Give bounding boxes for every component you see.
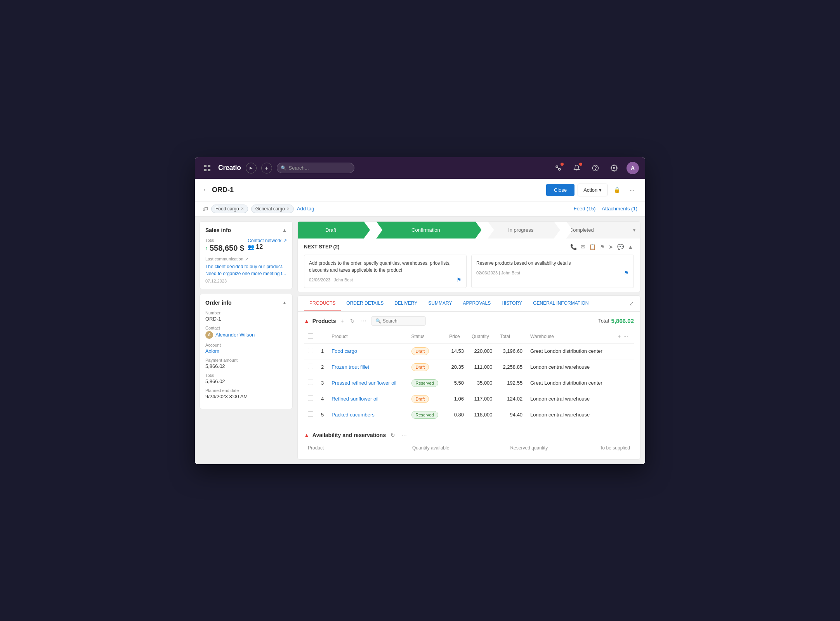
- step-1-text: Add products to the order, specify quant…: [309, 260, 462, 274]
- avail-table: Product Quantity available Reserved quan…: [304, 443, 634, 453]
- row-actions-4: [614, 407, 634, 423]
- row-checkbox-1[interactable]: [308, 364, 313, 369]
- select-all-checkbox[interactable]: [308, 333, 313, 339]
- attachments-link[interactable]: Attachments (1): [602, 206, 637, 212]
- step-1-flag-icon[interactable]: ⚑: [456, 277, 462, 283]
- email-icon[interactable]: ✉: [580, 243, 586, 251]
- product-link-4[interactable]: Packed cucumbers: [331, 412, 375, 418]
- product-link-0[interactable]: Food cargo: [331, 348, 357, 354]
- connect-icon[interactable]: [552, 162, 564, 174]
- tab-delivery[interactable]: DELIVERY: [389, 296, 423, 311]
- send-icon[interactable]: ➤: [608, 243, 614, 251]
- add-col-icon[interactable]: +: [618, 334, 621, 339]
- chat-icon[interactable]: 💬: [616, 243, 625, 251]
- col-actions-header: + ⋯: [614, 330, 634, 343]
- flag-icon[interactable]: ⚑: [599, 243, 606, 251]
- tab-summary[interactable]: SUMMARY: [423, 296, 457, 311]
- order-info-collapse[interactable]: ▲: [282, 300, 287, 305]
- tab-approvals[interactable]: APPROVALS: [457, 296, 496, 311]
- col-qty-header: Quantity: [468, 330, 496, 343]
- product-link-3[interactable]: Refined sunflower oil: [331, 396, 378, 402]
- avail-toolbar: ▲ Availability and reservations ↻ ⋯: [304, 431, 634, 439]
- help-icon[interactable]: [589, 162, 602, 174]
- step-2-flag-icon[interactable]: ⚑: [624, 270, 629, 276]
- tab-order-details[interactable]: ORDER DETAILS: [341, 296, 389, 311]
- row-actions-0: [614, 343, 634, 359]
- comm-text[interactable]: The client decided to buy our product. N…: [205, 263, 287, 277]
- stage-bar: Draft Confirmation In progress Completed…: [298, 222, 640, 239]
- back-button[interactable]: ←: [203, 186, 209, 193]
- collapse-steps-icon[interactable]: ▲: [627, 243, 634, 251]
- last-comm-label: Last communication ↗: [205, 257, 287, 262]
- product-link-2[interactable]: Pressed refined sunflower oil: [331, 380, 396, 386]
- stage-completed[interactable]: Completed ▾: [560, 222, 640, 239]
- lock-icon[interactable]: 🔒: [611, 184, 623, 196]
- stage-completed-dropdown[interactable]: ▾: [633, 227, 635, 233]
- contact-name[interactable]: Alexander Wilson: [215, 332, 255, 338]
- svg-rect-1: [208, 165, 210, 167]
- settings-icon[interactable]: [608, 162, 620, 174]
- table-row: 4 Refined sunflower oil Draft 1.06 117,0…: [304, 391, 634, 407]
- top-nav: Creatio ▶ + 🔍: [195, 157, 645, 179]
- refresh-products-button[interactable]: ↻: [349, 317, 356, 325]
- tab-expand-icon[interactable]: ⤢: [629, 300, 634, 307]
- next-steps-title: NEXT STEP (2): [304, 244, 340, 250]
- contact-network-text: Contact network: [248, 238, 281, 243]
- user-avatar[interactable]: A: [627, 162, 639, 174]
- row-checkbox-0[interactable]: [308, 348, 313, 353]
- row-warehouse-3: London central warehouse: [526, 391, 614, 407]
- avail-col-supply: To be supplied: [552, 443, 634, 453]
- grid-icon[interactable]: [201, 162, 213, 174]
- product-search-input[interactable]: [383, 318, 422, 324]
- more-avail-button[interactable]: ⋯: [400, 431, 408, 439]
- product-link-1[interactable]: Frozen trout fillet: [331, 364, 369, 370]
- tab-general-info[interactable]: GENERAL INFORMATION: [528, 296, 594, 311]
- play-button[interactable]: ▶: [246, 163, 257, 173]
- row-checkbox-2[interactable]: [308, 380, 313, 385]
- avail-col-reserved: Reserved quantity: [453, 443, 552, 453]
- tag-food-cargo-close[interactable]: ✕: [241, 206, 244, 211]
- nav-right: A: [552, 162, 639, 174]
- add-product-button[interactable]: +: [339, 317, 345, 325]
- stage-confirmation[interactable]: Confirmation: [370, 222, 481, 239]
- col-status-header: Status: [408, 330, 446, 343]
- order-contact-label: Contact: [205, 326, 287, 330]
- row-checkbox-4[interactable]: [308, 411, 313, 417]
- order-contact-value: A Alexander Wilson: [205, 331, 287, 339]
- action-dropdown-icon: ▾: [599, 187, 602, 193]
- add-tab-button[interactable]: +: [261, 163, 272, 173]
- feed-link[interactable]: Feed (15): [574, 206, 595, 212]
- contact-network-label[interactable]: Contact network ↗: [248, 238, 287, 243]
- tab-history[interactable]: HISTORY: [496, 296, 528, 311]
- stage-inprogress[interactable]: In progress: [482, 222, 560, 239]
- external-link-icon: ↗: [283, 238, 287, 243]
- sales-info-collapse[interactable]: ▲: [282, 227, 287, 233]
- app-container: Creatio ▶ + 🔍: [195, 157, 645, 464]
- order-account-value[interactable]: Axiom: [205, 348, 287, 354]
- row-checkbox-3[interactable]: [308, 395, 313, 401]
- phone-icon[interactable]: 📞: [569, 243, 578, 251]
- close-button[interactable]: Close: [546, 184, 574, 196]
- products-total-label: Total: [598, 318, 609, 324]
- table-row: 5 Packed cucumbers Reserved 0.80 118,000…: [304, 407, 634, 423]
- status-badge-4: Reserved: [411, 411, 438, 419]
- refresh-avail-button[interactable]: ↻: [389, 431, 397, 439]
- tag-general-cargo-close[interactable]: ✕: [286, 206, 290, 211]
- calendar-icon[interactable]: 📋: [588, 243, 597, 251]
- search-input[interactable]: [277, 163, 354, 173]
- more-options-icon[interactable]: ···: [627, 184, 637, 196]
- step-2-date: 02/06/2023 | John Best: [476, 271, 520, 275]
- tab-products[interactable]: PRODUCTS: [304, 296, 341, 311]
- stage-draft[interactable]: Draft: [298, 222, 370, 239]
- order-account-field: Account Axiom: [205, 343, 287, 354]
- add-tag-button[interactable]: Add tag: [297, 206, 314, 212]
- contact-network-area: Contact network ↗ 👥 12: [248, 238, 287, 250]
- availability-section: ▲ Availability and reservations ↻ ⋯ Prod…: [298, 428, 640, 459]
- notification-icon[interactable]: [571, 162, 583, 174]
- row-price-0: 14.53: [445, 343, 468, 359]
- total-label: Total: [205, 238, 244, 243]
- more-col-icon[interactable]: ⋯: [623, 334, 628, 339]
- action-button[interactable]: Action ▾: [578, 184, 607, 196]
- row-price-3: 1.06: [445, 391, 468, 407]
- more-products-button[interactable]: ⋯: [359, 317, 368, 325]
